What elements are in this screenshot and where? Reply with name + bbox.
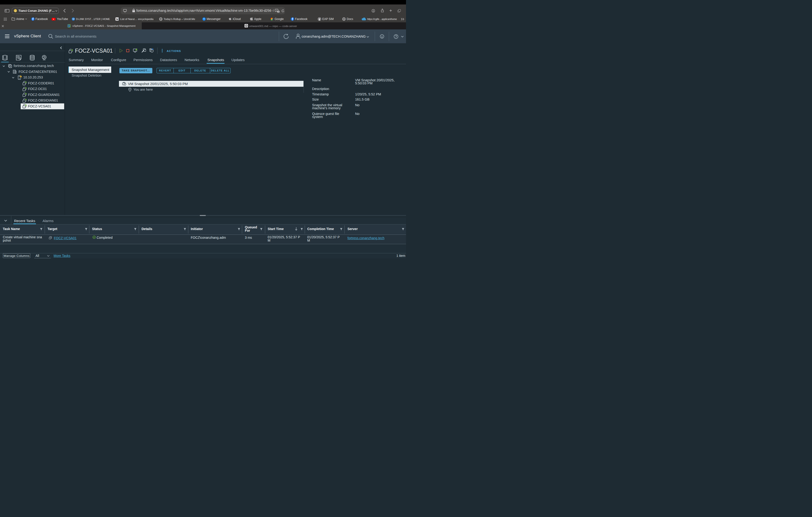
svg-text:TP: TP: [72, 18, 75, 20]
svg-text:A: A: [276, 9, 277, 11]
svg-text:文: 文: [278, 10, 280, 13]
